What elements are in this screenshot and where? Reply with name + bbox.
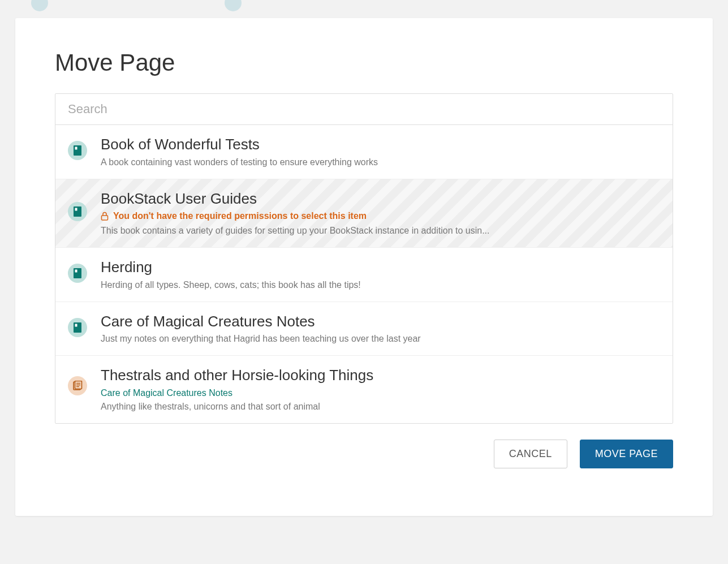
picker-item-desc: Anything like thestrals, unicorns and th… xyxy=(101,402,660,412)
book-icon xyxy=(68,264,87,283)
permission-warning: You don't have the required permissions … xyxy=(101,211,660,221)
svg-rect-5 xyxy=(74,268,81,278)
book-icon xyxy=(68,318,87,337)
svg-rect-8 xyxy=(75,324,77,326)
page-title: Move Page xyxy=(55,49,673,76)
picker-item-desc: This book contains a variety of guides f… xyxy=(101,226,660,236)
picker-item-chapter[interactable]: Thestrals and other Horsie-looking Thing… xyxy=(55,356,673,423)
picker-item-book[interactable]: Care of Magical Creatures Notes Just my … xyxy=(55,302,673,356)
picker-item-title: Thestrals and other Horsie-looking Thing… xyxy=(101,366,660,385)
breadcrumb-icon xyxy=(225,0,242,11)
book-icon xyxy=(68,141,87,160)
book-icon xyxy=(68,202,87,221)
permission-warning-text: You don't have the required permissions … xyxy=(113,211,367,221)
picker-item-desc: Herding of all types. Sheep, cows, cats;… xyxy=(101,280,660,290)
picker-item-title: Herding xyxy=(101,258,660,277)
picker-item-title: Care of Magical Creatures Notes xyxy=(101,312,660,331)
picker-item-title: Book of Wonderful Tests xyxy=(101,135,660,154)
move-page-card: Move Page Book of Wonderful Tests xyxy=(15,18,713,516)
lock-icon xyxy=(101,212,109,221)
move-page-button[interactable]: MOVE PAGE xyxy=(580,440,673,468)
picker-item-parent: Care of Magical Creatures Notes xyxy=(101,388,660,398)
svg-rect-6 xyxy=(75,270,77,273)
picker-item-desc: A book containing vast wonders of testin… xyxy=(101,157,660,167)
picker-item-book[interactable]: Book of Wonderful Tests A book containin… xyxy=(55,125,673,179)
breadcrumb-icon xyxy=(31,0,48,11)
chapter-icon xyxy=(68,376,87,395)
svg-rect-4 xyxy=(102,216,108,220)
picker-item-desc: Just my notes on everything that Hagrid … xyxy=(101,334,660,344)
search-input[interactable] xyxy=(55,94,673,124)
picker-item-book-disabled: BookStack User Guides You don't have the… xyxy=(55,179,673,248)
entity-picker: Book of Wonderful Tests A book containin… xyxy=(55,93,673,424)
svg-rect-2 xyxy=(74,206,81,217)
svg-rect-1 xyxy=(75,147,77,150)
svg-rect-7 xyxy=(74,322,81,333)
picker-item-title: BookStack User Guides xyxy=(101,190,660,208)
breadcrumb xyxy=(15,0,713,18)
svg-rect-3 xyxy=(75,208,77,210)
cancel-button[interactable]: CANCEL xyxy=(494,440,567,468)
picker-item-book[interactable]: Herding Herding of all types. Sheep, cow… xyxy=(55,248,673,302)
svg-rect-0 xyxy=(74,145,81,156)
